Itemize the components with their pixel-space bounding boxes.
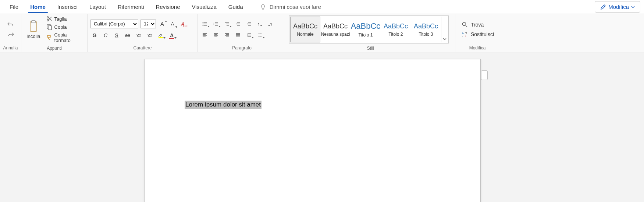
decrease-indent-button[interactable] [234,20,242,28]
align-right-icon [224,32,230,38]
superscript-button[interactable]: x2 [146,31,154,39]
group-clipboard: Incolla Taglia Copia Copia formato Appun… [21,14,88,52]
rtl-icon: ¶ [268,21,274,27]
paragraph-spacing-button[interactable] [256,31,264,39]
redo-icon [7,32,14,38]
find-button[interactable]: Trova [462,22,494,28]
style-name-label: Normale [297,32,313,37]
indent-icon [246,21,252,27]
increase-indent-button[interactable] [245,20,253,28]
highlight-icon [158,32,164,38]
italic-button[interactable]: C [102,31,110,39]
numbering-button[interactable]: 12 [212,20,220,28]
clear-formatting-button[interactable]: A⌫ [179,20,187,28]
outdent-icon [235,21,241,27]
tab-review[interactable]: Revisione [150,1,186,13]
svg-text:¶: ¶ [258,22,260,26]
format-painter-button[interactable]: Copia formato [45,32,84,43]
subscript-button[interactable]: x2 [135,31,143,39]
style-sample: AaBbCc [323,22,348,30]
align-right-button[interactable] [223,31,231,39]
justify-icon [235,32,241,38]
numbering-icon: 12 [213,21,218,27]
strikethrough-button[interactable]: ab [124,31,132,39]
group-editing-label: Modifica [455,45,499,52]
bullets-button[interactable] [201,20,209,28]
replace-label: Sostituisci [471,31,494,37]
copy-icon [46,24,52,30]
svg-point-12 [463,22,466,25]
align-center-button[interactable] [212,31,220,39]
tab-view[interactable]: Visualizza [186,1,222,13]
decrease-font-button[interactable]: A▾ [168,20,177,28]
editing-mode-label: Modifica [608,4,629,10]
svg-rect-0 [30,22,37,31]
redo-button[interactable] [7,31,15,39]
align-left-button[interactable] [201,31,209,39]
undo-icon [7,21,14,27]
highlight-color-button[interactable] [157,31,165,39]
tab-help[interactable]: Guida [223,1,249,13]
font-size-select[interactable]: 12 [140,20,156,28]
font-color-button[interactable]: A [168,31,176,39]
increase-font-button[interactable]: A▴ [158,20,166,28]
document-page[interactable]: Lorem ipsum dolor sit amet [145,59,481,202]
group-undo-label: Annulla [0,45,21,52]
style-heading-3[interactable]: AaBbCc Titolo 3 [411,17,441,42]
style-heading-1[interactable]: AaBbCc Titolo 1 [351,17,381,42]
rtl-button[interactable]: ¶ [267,20,275,28]
style-no-spacing[interactable]: AaBbCc Nessuna spazi [320,17,351,42]
styles-gallery-more[interactable] [441,17,448,42]
copy-button[interactable]: Copia [45,24,84,30]
svg-text:¶: ¶ [270,22,272,26]
ltr-button[interactable]: ¶ [256,20,264,28]
document-canvas: Lorem ipsum dolor sit amet [0,52,644,202]
undo-button[interactable] [7,20,15,28]
bold-button[interactable]: G [90,31,99,39]
svg-rect-1 [32,21,35,23]
paste-button[interactable]: Incolla [24,20,43,40]
cut-button[interactable]: Taglia [45,15,84,22]
underline-button[interactable]: S [113,31,121,39]
style-name-label: Titolo 1 [359,32,373,38]
lightbulb-icon [260,4,266,10]
paste-label: Incolla [26,34,40,39]
justify-button[interactable] [234,31,242,39]
replace-button[interactable]: bc Sostituisci [462,31,494,37]
tab-insert[interactable]: Inserisci [51,1,83,13]
replace-icon: bc [462,31,468,37]
style-heading-2[interactable]: AaBbCc Titolo 2 [381,17,411,42]
group-styles-label: Stili [286,45,455,52]
group-clipboard-label: Appunti [21,45,87,52]
style-gallery: AaBbCc Normale AaBbCc Nessuna spazi AaBb… [289,15,449,43]
line-spacing-button[interactable] [245,31,253,39]
multilevel-icon [224,21,230,27]
bullets-icon [202,21,207,27]
chevron-down-icon [443,37,446,41]
menu-tabs: File Home Inserisci Layout Riferimenti R… [0,0,644,14]
svg-point-5 [203,22,204,23]
editing-mode-button[interactable]: Modifica [595,1,640,13]
tab-home[interactable]: Home [24,1,51,13]
copy-label: Copia [54,24,67,30]
group-paragraph: 12 ¶ ¶ Paragrafo [198,14,286,52]
line-spacing-icon [246,32,252,38]
svg-rect-4 [159,37,163,38]
multilevel-list-button[interactable] [223,20,231,28]
font-name-select[interactable]: Calibri (Corpo) [90,20,138,28]
style-name-label: Titolo 2 [389,32,403,37]
tab-layout[interactable]: Layout [83,1,112,13]
group-paragraph-label: Paragrafo [198,45,286,52]
tell-me-search[interactable]: Dimmi cosa vuoi fare [260,4,321,10]
style-sample: AaBbCc [293,22,317,30]
align-center-icon [213,32,218,38]
selected-text[interactable]: Lorem ipsum dolor sit amet [185,101,261,109]
ltr-icon: ¶ [257,21,263,27]
tell-me-label: Dimmi cosa vuoi fare [270,4,321,10]
tab-file[interactable]: File [4,1,24,13]
comments-pane-toggle[interactable] [481,70,488,80]
style-sample: AaBbCc [351,21,381,31]
style-normal[interactable]: AaBbCc Normale [290,17,320,42]
group-undo: Annulla [0,14,21,52]
tab-references[interactable]: Riferimenti [112,1,150,13]
